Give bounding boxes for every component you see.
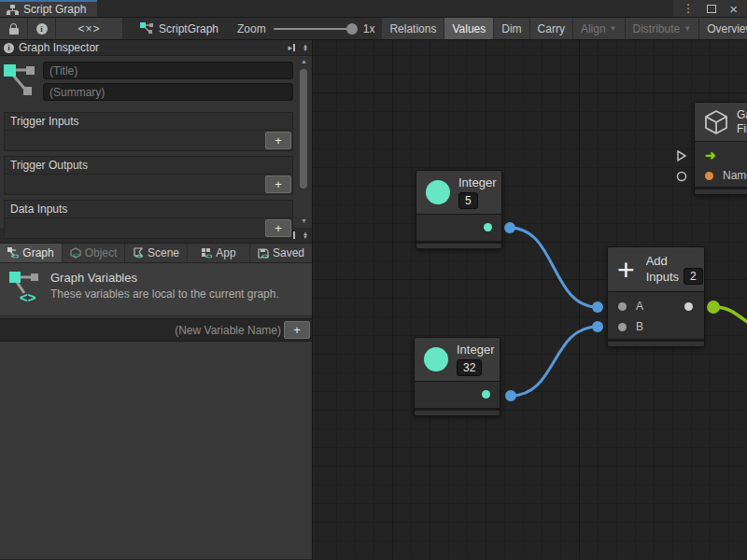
add-trigger-input-button[interactable]: + xyxy=(265,132,291,149)
zoom-value: 1x xyxy=(363,22,375,35)
add-data-input-button[interactable]: + xyxy=(265,219,291,237)
name-input-port[interactable] xyxy=(705,172,713,180)
overview-button[interactable]: Overview xyxy=(699,18,747,39)
add-variable-button[interactable]: + xyxy=(284,321,310,339)
breadcrumb[interactable]: ScriptGraph xyxy=(123,18,230,39)
close-icon[interactable]: × xyxy=(729,2,738,16)
toolbar-toggles: Relations Values Dim Carry Align▼ Distri… xyxy=(382,18,747,39)
input-port-a[interactable] xyxy=(618,302,627,311)
node-title: Add xyxy=(646,254,703,268)
object-tab-icon: <> xyxy=(70,247,81,259)
inspect-button[interactable]: i xyxy=(28,18,56,39)
graph-tree-icon xyxy=(7,5,19,15)
zoom-slider[interactable] xyxy=(274,28,356,30)
scroll-up-icon[interactable]: ▲ xyxy=(299,58,309,64)
graph-canvas[interactable]: Integer 5 Integer 32 xyxy=(313,40,747,559)
scroll-down-icon[interactable]: ▼ xyxy=(299,217,309,224)
tab-saved[interactable]: <> Saved xyxy=(250,244,312,262)
zoom-label: Zoom xyxy=(237,22,266,35)
graph-variables-title: Graph Variables xyxy=(50,271,279,285)
panel-scroll-arrows[interactable]: ▲▼ xyxy=(303,44,308,51)
wire-integer32-to-add-b[interactable] xyxy=(511,327,598,396)
window-menu-icon[interactable]: ⋮ xyxy=(683,3,694,14)
wire-endpoint[interactable] xyxy=(707,301,720,314)
dim-button[interactable]: Dim xyxy=(494,18,529,39)
values-button[interactable]: Values xyxy=(444,18,494,39)
svg-text:<>: <> xyxy=(20,289,36,305)
input-port-b[interactable] xyxy=(618,323,627,331)
side-panel: i Graph Inspector ▸ ▲▼ xyxy=(0,40,313,559)
add-trigger-output-button[interactable]: + xyxy=(265,175,291,193)
script-graph-window: Script Graph ⋮ × i <×> ScriptGra xyxy=(0,0,747,560)
distribute-button[interactable]: Distribute▼ xyxy=(626,18,700,39)
trigger-outputs-list: + xyxy=(4,174,293,195)
window-controls: ⋮ × xyxy=(673,0,747,17)
port-label: B xyxy=(636,320,643,333)
node-gameobject-find[interactable]: GameObject Find ➜ Name xyxy=(694,102,747,195)
variables-icon: <×> xyxy=(78,22,100,35)
svg-text:<>: <> xyxy=(205,253,212,259)
chevron-down-icon: ▼ xyxy=(684,24,691,33)
value-port-stub[interactable] xyxy=(675,170,688,183)
title-bar: Script Graph ⋮ × xyxy=(0,0,747,18)
svg-text:<>: <> xyxy=(73,252,80,259)
variables-button[interactable]: <×> xyxy=(56,18,123,39)
zoom-slider-handle[interactable] xyxy=(346,23,358,35)
tab-object[interactable]: <> Object xyxy=(63,244,124,262)
wire-endpoint[interactable] xyxy=(592,301,603,313)
trigger-inputs-list: + xyxy=(4,130,293,151)
node-integer-5[interactable]: Integer 5 xyxy=(416,170,502,249)
tab-app[interactable]: <> App xyxy=(188,244,249,262)
node-add[interactable]: + Add Inputs 2 A xyxy=(607,246,705,347)
scrollbar-thumb[interactable] xyxy=(300,69,307,189)
dock-icon[interactable]: ▸ xyxy=(289,43,296,52)
graph-summary-field[interactable] xyxy=(43,83,293,101)
wire-endpoint[interactable] xyxy=(504,222,515,233)
lock-button[interactable] xyxy=(0,18,28,39)
section-label: Data Inputs xyxy=(4,200,293,217)
panel-scroll-arrows[interactable]: ▲▼ xyxy=(303,231,308,239)
node-integer-32[interactable]: Integer 32 xyxy=(414,337,500,416)
wire-endpoint[interactable] xyxy=(592,321,603,332)
section-label: Trigger Inputs xyxy=(4,112,293,130)
integer-type-icon xyxy=(426,180,450,204)
node-footer xyxy=(416,241,501,248)
script-graph-icon xyxy=(140,22,153,35)
integer-value-field[interactable]: 5 xyxy=(458,192,478,209)
new-variable-input[interactable] xyxy=(2,321,281,339)
flow-port-stub[interactable] xyxy=(675,149,688,162)
graph-title-field[interactable] xyxy=(43,62,293,79)
data-inputs-section: Data Inputs + xyxy=(4,200,293,239)
carry-button[interactable]: Carry xyxy=(530,18,573,39)
integer-value-field[interactable]: 32 xyxy=(457,359,482,376)
output-port[interactable] xyxy=(484,223,492,231)
tab-graph[interactable]: <> Graph xyxy=(0,244,62,262)
saved-tab-icon: <> xyxy=(258,247,269,259)
node-title: Integer xyxy=(457,343,494,357)
info-icon: i xyxy=(4,43,14,53)
new-variable-row: + xyxy=(0,318,312,342)
wire-integer5-to-add-a[interactable] xyxy=(510,228,598,307)
blackboard-empty-area xyxy=(0,342,312,559)
integer-type-icon xyxy=(424,347,448,371)
port-label: A xyxy=(636,300,643,313)
inputs-count-field[interactable]: 2 xyxy=(684,268,703,285)
cube-icon xyxy=(704,109,728,135)
script-graph-icon-large xyxy=(4,62,35,101)
node-footer xyxy=(695,187,747,194)
output-port[interactable] xyxy=(482,390,490,399)
zoom-control: Zoom 1x xyxy=(230,18,382,39)
tab-scene[interactable]: <> Scene xyxy=(125,244,187,262)
align-button[interactable]: Align▼ xyxy=(573,18,626,39)
flow-input-port[interactable]: ➜ xyxy=(705,148,716,161)
output-port[interactable] xyxy=(684,302,693,311)
maximize-icon[interactable] xyxy=(707,5,716,13)
node-footer xyxy=(608,339,704,346)
data-inputs-list: + xyxy=(4,217,293,239)
inspector-scrollbar[interactable]: ▲ ▼ xyxy=(298,58,310,224)
graph-inspector-title: Graph Inspector xyxy=(19,41,284,54)
tab-script-graph[interactable]: Script Graph xyxy=(0,0,97,17)
relations-button[interactable]: Relations xyxy=(382,18,444,39)
wire-endpoint[interactable] xyxy=(505,390,516,401)
svg-text:<>: <> xyxy=(261,253,269,259)
